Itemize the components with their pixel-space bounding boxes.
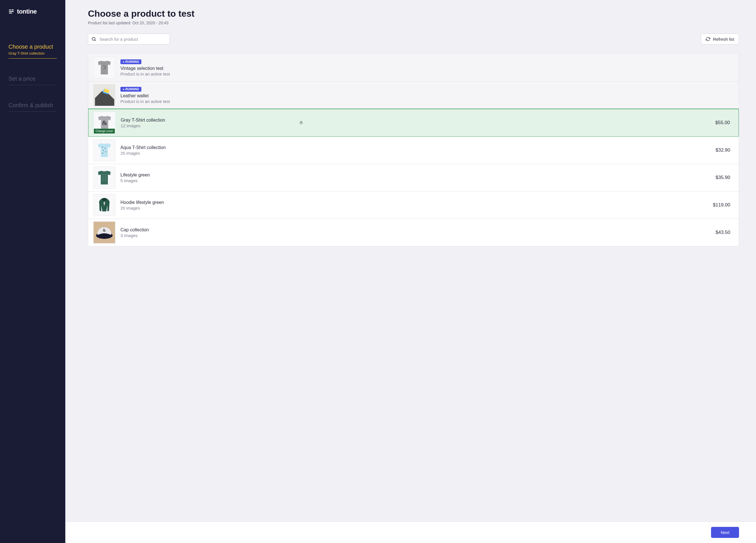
product-name: Lifestyle green	[120, 172, 710, 177]
product-price: $55.00	[715, 120, 730, 125]
search-wrapper	[88, 34, 170, 44]
svg-point-13	[103, 150, 104, 151]
product-row-vintage[interactable]: 3 ● RUNNING Vintage selection test Produ…	[88, 53, 739, 81]
svg-point-15	[102, 153, 103, 153]
page-subtitle: Product list last updated: Oct 20, 2020 …	[88, 21, 739, 25]
product-info: Lifestyle green 5 images	[120, 172, 710, 183]
product-name: Hoodie lifestyle green	[120, 200, 708, 205]
product-price: $32.90	[716, 147, 730, 153]
product-price: $35.90	[716, 175, 730, 180]
logo: tontine	[8, 8, 57, 15]
product-price: $43.50	[716, 230, 730, 235]
svg-point-14	[105, 151, 106, 152]
refresh-label: Refresh list	[713, 37, 734, 42]
nav-step-title: Set a price	[8, 75, 57, 82]
nav-step-title: Choose a product	[8, 44, 57, 50]
nav-confirm-publish[interactable]: Confirm & publish	[8, 102, 57, 112]
product-name: Gray T-Shirt collection	[121, 118, 710, 123]
toolbar: Refresh list	[88, 34, 739, 44]
svg-text:&: &	[103, 228, 106, 232]
product-thumb: 3	[93, 57, 115, 79]
product-thumb	[93, 84, 115, 106]
product-meta: 25 images	[120, 151, 710, 155]
product-name: Leather wallet	[120, 93, 730, 98]
status-badge: ● RUNNING	[120, 59, 141, 64]
product-thumb[interactable]: & Change cover	[94, 112, 116, 134]
product-info: Cap collection 3 images	[120, 227, 710, 238]
svg-point-4	[92, 37, 95, 40]
product-info: ● RUNNING Leather wallet Product is in a…	[120, 86, 730, 104]
search-input[interactable]	[88, 34, 170, 44]
svg-text:&: &	[102, 119, 107, 126]
product-meta: 20 images	[120, 205, 708, 210]
logo-text: tontine	[17, 8, 37, 15]
nav-step-title: Confirm & publish	[8, 102, 57, 109]
refresh-button[interactable]: Refresh list	[701, 34, 739, 44]
sidebar: tontine Choose a product Gray T-Shirt co…	[0, 0, 65, 543]
product-row-wallet[interactable]: ● RUNNING Leather wallet Product is in a…	[88, 81, 739, 109]
product-thumb	[93, 194, 115, 216]
product-row-cap[interactable]: & Cap collection 3 images $43.50	[88, 219, 739, 246]
svg-rect-0	[9, 10, 11, 10]
change-cover-button[interactable]: Change cover	[94, 129, 115, 133]
content: Choose a product to test Product list la…	[65, 0, 756, 522]
product-meta: 3 images	[120, 233, 710, 238]
product-thumb: &	[93, 221, 115, 243]
svg-line-5	[95, 40, 96, 41]
nav-set-price[interactable]: Set a price	[8, 75, 57, 85]
product-row-gray-tshirt[interactable]: & Change cover Gray T-Shirt collection 1…	[88, 109, 739, 137]
product-thumb	[93, 166, 115, 189]
product-meta: Product is in an active test	[120, 99, 730, 104]
product-thumb	[93, 139, 115, 161]
logo-icon	[8, 8, 15, 15]
product-info: Hoodie lifestyle green 20 images	[120, 200, 708, 210]
product-row-lifestyle-green[interactable]: Lifestyle green 5 images $35.90	[88, 164, 739, 191]
product-price: $119.00	[713, 202, 730, 208]
product-meta: 12 images	[121, 123, 710, 128]
search-icon	[91, 36, 96, 42]
product-row-aqua-tshirt[interactable]: Aqua T-Shirt collection 25 images $32.90	[88, 137, 739, 164]
product-row-hoodie[interactable]: Hoodie lifestyle green 20 images $119.00	[88, 191, 739, 219]
product-info: ● RUNNING Vintage selection test Product…	[120, 59, 730, 76]
svg-rect-2	[9, 11, 14, 12]
product-info: Aqua T-Shirt collection 25 images	[120, 145, 710, 155]
nav-step-subtitle: Gray T-Shirt collection	[8, 51, 57, 55]
svg-text:3: 3	[103, 64, 106, 71]
page-title: Choose a product to test	[88, 8, 739, 19]
product-name: Vintage selection test	[120, 66, 730, 71]
product-meta: 5 images	[120, 178, 710, 183]
svg-point-11	[102, 147, 103, 148]
footer: Next	[65, 522, 756, 543]
svg-rect-3	[9, 13, 12, 14]
product-name: Cap collection	[120, 227, 710, 232]
next-button[interactable]: Next	[711, 527, 739, 538]
main: Choose a product to test Product list la…	[65, 0, 756, 543]
svg-rect-1	[12, 10, 14, 10]
refresh-icon	[706, 37, 710, 41]
status-badge: ● RUNNING	[120, 87, 141, 92]
svg-point-12	[105, 148, 105, 149]
hand-cursor-icon	[299, 120, 304, 125]
product-name: Aqua T-Shirt collection	[120, 145, 710, 150]
product-info: Gray T-Shirt collection 12 images	[121, 118, 710, 128]
product-meta: Product is in an active test	[120, 72, 730, 76]
product-list: 3 ● RUNNING Vintage selection test Produ…	[88, 53, 739, 246]
nav-choose-product[interactable]: Choose a product Gray T-Shirt collection	[8, 44, 57, 59]
